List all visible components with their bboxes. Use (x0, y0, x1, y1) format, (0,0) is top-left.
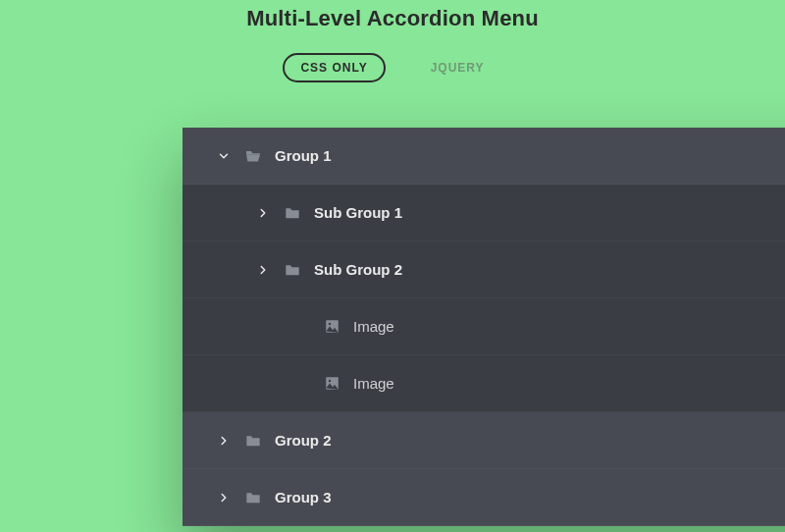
menu-item-sub-group-2[interactable]: Sub Group 2 (183, 241, 785, 298)
menu-item-sub-group-1[interactable]: Sub Group 1 (183, 185, 785, 241)
tab-css-only[interactable]: CSS ONLY (283, 53, 385, 82)
menu-item-label: Image (353, 375, 394, 392)
menu-item-label: Group 1 (275, 147, 332, 164)
menu-item-label: Sub Group 2 (314, 261, 402, 278)
menu-item-image[interactable]: Image (183, 355, 785, 412)
chevron-right-icon (214, 434, 234, 448)
menu-item-label: Sub Group 1 (314, 204, 402, 221)
chevron-right-icon (253, 206, 273, 220)
menu-item-group-2[interactable]: Group 2 (183, 412, 785, 469)
image-icon (322, 319, 341, 334)
menu-item-group-1[interactable]: Group 1 (183, 128, 785, 185)
folder-open-icon (243, 149, 263, 163)
image-icon (322, 376, 341, 391)
chevron-right-icon (214, 491, 234, 505)
chevron-right-icon (253, 263, 273, 277)
menu-item-label: Image (353, 318, 394, 335)
folder-icon (243, 434, 263, 448)
menu-item-group-3[interactable]: Group 3 (183, 469, 785, 526)
tab-bar: CSS ONLY JQUERY (0, 53, 785, 82)
svg-point-3 (328, 380, 331, 383)
page-title: Multi-Level Accordion Menu (0, 6, 785, 31)
accordion-menu: Group 1 Sub Group 1 Sub Group 2 Image (183, 128, 785, 526)
folder-icon (243, 491, 263, 505)
folder-icon (283, 206, 302, 220)
menu-item-label: Group 2 (275, 432, 332, 449)
folder-icon (283, 263, 302, 277)
menu-item-label: Group 3 (275, 489, 332, 505)
svg-point-1 (328, 323, 331, 326)
menu-item-image[interactable]: Image (183, 298, 785, 355)
tab-jquery[interactable]: JQUERY (413, 53, 502, 82)
chevron-down-icon (214, 149, 234, 163)
